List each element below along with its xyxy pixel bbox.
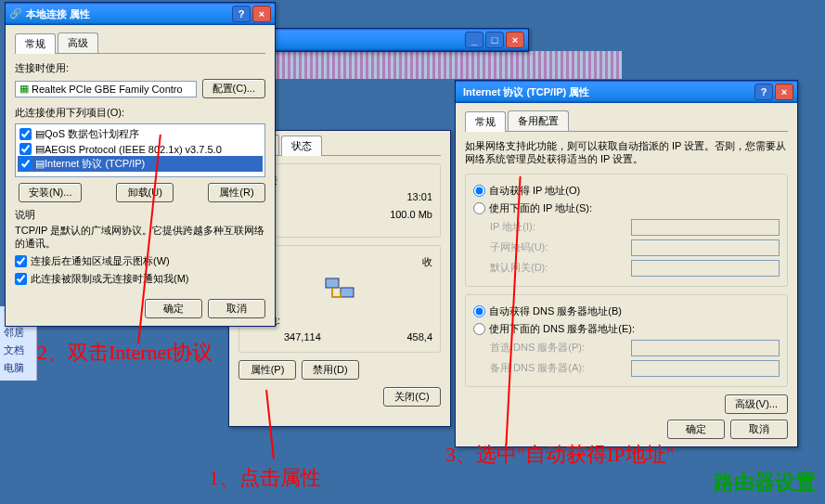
- tcpip-title: Internet 协议 (TCP/IP) 属性: [459, 85, 753, 99]
- status-close-button[interactable]: 关闭(C): [383, 387, 441, 407]
- configure-button[interactable]: 配置(C)...: [202, 79, 265, 98]
- manual-dns-radio[interactable]: [473, 323, 485, 335]
- watermark-text: 路由器设置: [714, 469, 816, 497]
- auto-ip-radio[interactable]: [473, 185, 485, 197]
- component-properties-button[interactable]: 属性(R): [208, 183, 265, 202]
- packets-sent: 347,114: [247, 331, 321, 342]
- help-button[interactable]: ?: [232, 6, 251, 22]
- tab-general[interactable]: 常规: [15, 33, 56, 54]
- svg-rect-0: [326, 278, 339, 288]
- speed-value: 100.0 Mb: [390, 209, 432, 220]
- tab-status[interactable]: 状态: [281, 136, 322, 156]
- protocol-icon: ▤: [35, 143, 45, 155]
- sidebar-label[interactable]: 文档: [0, 342, 36, 359]
- notify-icon-label: 连接后在通知区域显示图标(W): [31, 254, 170, 268]
- auto-ip-label: 自动获得 IP 地址(O): [489, 184, 580, 198]
- item-checkbox[interactable]: [19, 158, 32, 170]
- gateway-field: [631, 260, 780, 277]
- subnet-field: [631, 239, 780, 256]
- svg-rect-1: [341, 288, 354, 297]
- time-value: 13:01: [406, 191, 432, 205]
- dns2-label: 备用 DNS 服务器(A):: [473, 361, 585, 375]
- adapter-name: Realtek PCIe GBE Family Contro: [32, 84, 183, 95]
- tcpip-titlebar[interactable]: Internet 协议 (TCP/IP) 属性 ? ×: [456, 81, 797, 103]
- help-button[interactable]: ?: [754, 84, 773, 100]
- adapter-field: ▦ Realtek PCIe GBE Family Contro: [15, 81, 197, 97]
- tcpip-properties-dialog: Internet 协议 (TCP/IP) 属性 ? × 常规 备用配置 如果网络…: [455, 80, 798, 447]
- list-item: ▤ AEGIS Protocol (IEEE 802.1x) v3.7.5.0: [18, 142, 263, 156]
- description-text: TCP/IP 是默认的广域网协议。它提供跨越多种互联网络的通讯。: [15, 224, 265, 251]
- lan-tabs: 常规 高级: [15, 32, 265, 54]
- description-heading: 说明: [15, 208, 265, 222]
- tcpip-tabs: 常规 备用配置: [465, 110, 788, 132]
- sidebar-label[interactable]: 邻居: [0, 324, 36, 342]
- uninstall-button[interactable]: 卸载(U): [116, 183, 174, 202]
- cancel-button[interactable]: 取消: [730, 420, 788, 439]
- manual-ip-label: 使用下面的 IP 地址(S):: [489, 201, 592, 215]
- lan-title: 本地连接 属性: [22, 7, 230, 21]
- sidebar-label[interactable]: 电脑: [0, 359, 36, 377]
- network-icon: 🔗: [9, 7, 22, 20]
- protocol-icon: ▤: [35, 128, 45, 140]
- ip-address-label: IP 地址(I):: [473, 220, 535, 234]
- cancel-button[interactable]: 取消: [208, 299, 265, 318]
- lan-properties-dialog: 🔗 本地连接 属性 ? × 常规 高级 连接时使用: ▦ Realtek PCI…: [5, 2, 276, 327]
- item-checkbox[interactable]: [19, 143, 32, 155]
- ip-group: 自动获得 IP 地址(O) 使用下面的 IP 地址(S): IP 地址(I): …: [465, 174, 788, 287]
- maximize-button[interactable]: □: [485, 32, 504, 48]
- ok-button[interactable]: 确定: [667, 420, 725, 439]
- install-button[interactable]: 安装(N)...: [19, 183, 82, 202]
- ok-button[interactable]: 确定: [145, 299, 202, 318]
- annotation-2: 2、双击Internet协议: [37, 339, 213, 367]
- packets-recv: 458,4: [406, 331, 432, 342]
- status-properties-button[interactable]: 属性(P): [238, 360, 296, 380]
- annotation-1: 1、点击属性: [209, 464, 321, 492]
- tab-alternate[interactable]: 备用配置: [508, 110, 569, 131]
- annotation-3: 3、选中"自动获得IP地址": [445, 441, 675, 469]
- notify-limited-checkbox[interactable]: [15, 273, 27, 285]
- dns1-label: 首选 DNS 服务器(P):: [473, 341, 585, 355]
- item-label[interactable]: QoS 数据包计划程序: [45, 127, 139, 141]
- auto-dns-radio[interactable]: [473, 305, 485, 317]
- manual-ip-radio[interactable]: [473, 202, 485, 214]
- close-button[interactable]: ×: [775, 84, 793, 100]
- gateway-label: 默认网关(D):: [473, 261, 548, 275]
- advanced-button[interactable]: 高级(V)...: [725, 394, 788, 414]
- item-checkbox[interactable]: [19, 128, 32, 140]
- close-button[interactable]: ×: [252, 6, 271, 22]
- notify-icon-checkbox[interactable]: [15, 255, 27, 267]
- lan-titlebar[interactable]: 🔗 本地连接 属性 ? ×: [6, 3, 275, 25]
- ip-address-field: [631, 219, 780, 236]
- notify-limited-label: 此连接被限制或无连接时通知我(M): [31, 272, 189, 286]
- tab-general[interactable]: 常规: [465, 111, 506, 132]
- list-item-tcpip: ▤ Internet 协议 (TCP/IP): [18, 156, 263, 172]
- auto-dns-label: 自动获得 DNS 服务器地址(B): [489, 304, 622, 318]
- protocol-icon: ▤: [35, 158, 45, 170]
- minimize-button[interactable]: _: [465, 32, 483, 48]
- subnet-label: 子网掩码(U):: [473, 240, 548, 254]
- recv-label: 收: [422, 255, 432, 269]
- tcpip-intro-text: 如果网络支持此功能，则可以获取自动指派的 IP 设置。否则，您需要从网络系统管理…: [465, 139, 788, 166]
- components-listbox[interactable]: ▤ QoS 数据包计划程序 ▤ AEGIS Protocol (IEEE 802…: [15, 123, 265, 177]
- dns2-field: [631, 360, 780, 377]
- close-button[interactable]: ×: [506, 32, 524, 48]
- connect-using-label: 连接时使用:: [15, 61, 265, 75]
- tab-advanced[interactable]: 高级: [58, 32, 98, 53]
- list-item: ▤ QoS 数据包计划程序: [18, 126, 263, 142]
- status-disable-button[interactable]: 禁用(D): [302, 360, 359, 380]
- adapter-icon: ▦: [19, 83, 29, 95]
- dns1-field: [631, 340, 780, 356]
- items-label: 此连接使用下列项目(O):: [15, 106, 265, 120]
- item-label[interactable]: Internet 协议 (TCP/IP): [45, 157, 145, 171]
- item-label[interactable]: AEGIS Protocol (IEEE 802.1x) v3.7.5.0: [45, 144, 222, 155]
